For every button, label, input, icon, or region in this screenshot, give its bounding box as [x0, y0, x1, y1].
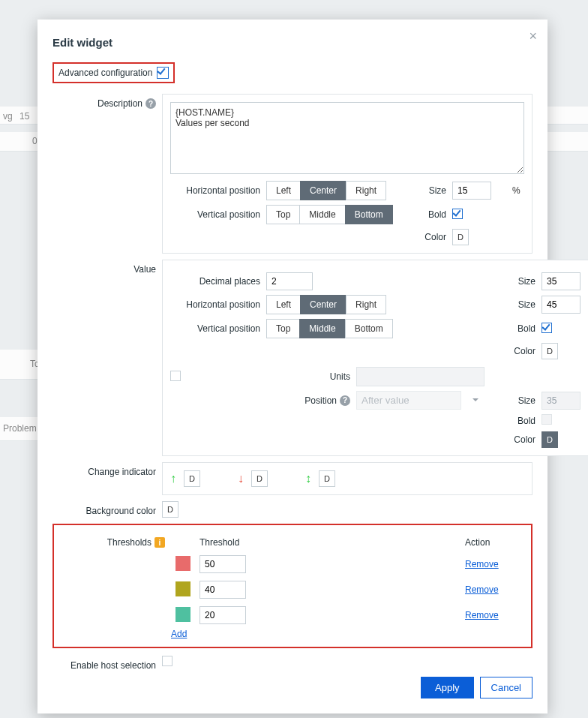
ci-down-color[interactable]: D	[251, 470, 268, 487]
value-size2-input[interactable]	[542, 296, 580, 314]
value-hpos-right[interactable]: Right	[346, 295, 386, 314]
arrow-up-icon: ↑	[170, 472, 176, 485]
desc-vpos-label: Vertical position	[170, 209, 260, 220]
description-label: Description	[98, 98, 142, 109]
threshold-swatch[interactable]	[176, 607, 190, 622]
value-panel: Decimal places Size % Horizontal positio…	[162, 260, 588, 456]
desc-hpos-left[interactable]: Left	[266, 181, 301, 200]
desc-color-label: Color	[401, 232, 446, 242]
apply-button[interactable]: Apply	[421, 677, 474, 698]
desc-color-button[interactable]: D	[452, 229, 469, 245]
threshold-remove-link[interactable]: Remove	[465, 610, 499, 620]
value-hpos-label: Horizontal position	[170, 299, 260, 310]
value-vpos-top[interactable]: Top	[266, 319, 300, 338]
value-hpos-center[interactable]: Center	[300, 295, 346, 314]
desc-vpos-middle[interactable]: Middle	[299, 205, 345, 224]
description-panel: {HOST.NAME} Values per second Horizontal…	[162, 94, 532, 254]
thresholds-label: Thresholds	[107, 537, 152, 548]
value-hpos-segment: Left Center Right	[266, 295, 484, 314]
threshold-value-input[interactable]	[200, 606, 246, 624]
units-color-button[interactable]: D	[542, 431, 558, 448]
value-color-label: Color	[490, 346, 536, 356]
units-bold-checkbox[interactable]	[542, 414, 552, 425]
th-col-action: Action	[462, 534, 522, 551]
cancel-button[interactable]: Cancel	[480, 677, 532, 698]
value-dec-input[interactable]	[266, 272, 313, 290]
arrow-down-icon: ↓	[238, 472, 244, 485]
position-select[interactable]: After value	[356, 391, 461, 410]
value-vpos-segment: Top Middle Bottom	[266, 319, 484, 338]
pct-label: %	[512, 185, 524, 196]
value-size1-label: Size	[490, 276, 536, 287]
threshold-value-input[interactable]	[200, 555, 246, 573]
bg-color-label: Background color	[86, 506, 156, 516]
advanced-config-label: Advanced configuration	[58, 68, 152, 78]
value-size2-label: Size	[490, 299, 536, 310]
value-vpos-bottom[interactable]: Bottom	[345, 319, 393, 338]
threshold-swatch[interactable]	[176, 556, 190, 571]
desc-hpos-segment: Left Center Right	[266, 181, 395, 200]
value-hpos-left[interactable]: Left	[266, 295, 301, 314]
change-indicator-label: Change indicator	[88, 467, 156, 477]
value-vpos-middle[interactable]: Middle	[299, 319, 345, 338]
units-size-input[interactable]	[542, 392, 580, 410]
enable-host-label: Enable host selection	[70, 660, 156, 671]
desc-vpos-bottom[interactable]: Bottom	[345, 205, 393, 224]
desc-bold-checkbox[interactable]	[452, 209, 463, 219]
warning-icon[interactable]: i	[154, 537, 165, 548]
advanced-config-checkbox[interactable]	[157, 67, 169, 79]
enable-host-checkbox[interactable]	[162, 656, 172, 666]
units-size-label: Size	[490, 395, 536, 406]
desc-size-label: Size	[401, 185, 446, 196]
value-color-button[interactable]: D	[542, 343, 558, 359]
desc-bold-label: Bold	[401, 209, 446, 220]
th-col-threshold: Threshold	[196, 534, 460, 551]
desc-hpos-right[interactable]: Right	[346, 181, 386, 200]
threshold-swatch[interactable]	[176, 581, 190, 596]
ci-up-color[interactable]: D	[184, 470, 200, 487]
units-input[interactable]	[356, 367, 484, 386]
desc-hpos-center[interactable]: Center	[300, 181, 346, 200]
thresholds-table: Threshold Action RemoveRemoveRemove	[171, 533, 524, 629]
bg-color-button[interactable]: D	[162, 501, 178, 518]
desc-vpos-segment: Top Middle Bottom	[266, 205, 395, 224]
ci-both-color[interactable]: D	[319, 470, 335, 487]
desc-hpos-label: Horizontal position	[170, 185, 260, 196]
units-color-label: Color	[490, 434, 536, 445]
units-label: Units	[266, 371, 350, 382]
desc-size-input[interactable]	[452, 182, 491, 200]
description-textarea[interactable]: {HOST.NAME} Values per second	[170, 102, 524, 174]
units-bold-label: Bold	[490, 416, 536, 426]
threshold-remove-link[interactable]: Remove	[465, 559, 499, 569]
threshold-value-input[interactable]	[200, 581, 246, 599]
threshold-remove-link[interactable]: Remove	[465, 584, 499, 595]
edit-widget-modal: × Edit widget Advanced configuration Des…	[38, 20, 548, 713]
value-size1-input[interactable]	[542, 272, 580, 290]
value-vpos-label: Vertical position	[170, 323, 260, 334]
help-icon[interactable]: ?	[146, 98, 156, 109]
units-checkbox[interactable]	[170, 371, 181, 381]
change-indicator-panel: ↑ D ↓ D ↕ D	[162, 462, 532, 495]
thresholds-add-link[interactable]: Add	[171, 629, 187, 639]
close-icon[interactable]: ×	[529, 29, 537, 44]
modal-title: Edit widget	[52, 36, 532, 49]
threshold-row: Remove	[172, 578, 522, 602]
help-icon[interactable]: ?	[340, 395, 350, 406]
threshold-row: Remove	[172, 603, 522, 627]
desc-vpos-top[interactable]: Top	[266, 205, 300, 224]
threshold-row: Remove	[172, 552, 522, 576]
value-bold-checkbox[interactable]	[542, 323, 552, 333]
arrow-updown-icon: ↕	[305, 472, 311, 485]
value-dec-label: Decimal places	[170, 276, 260, 287]
value-bold-label: Bold	[490, 323, 536, 334]
value-label: Value	[134, 264, 156, 275]
position-label: Position	[304, 395, 337, 406]
